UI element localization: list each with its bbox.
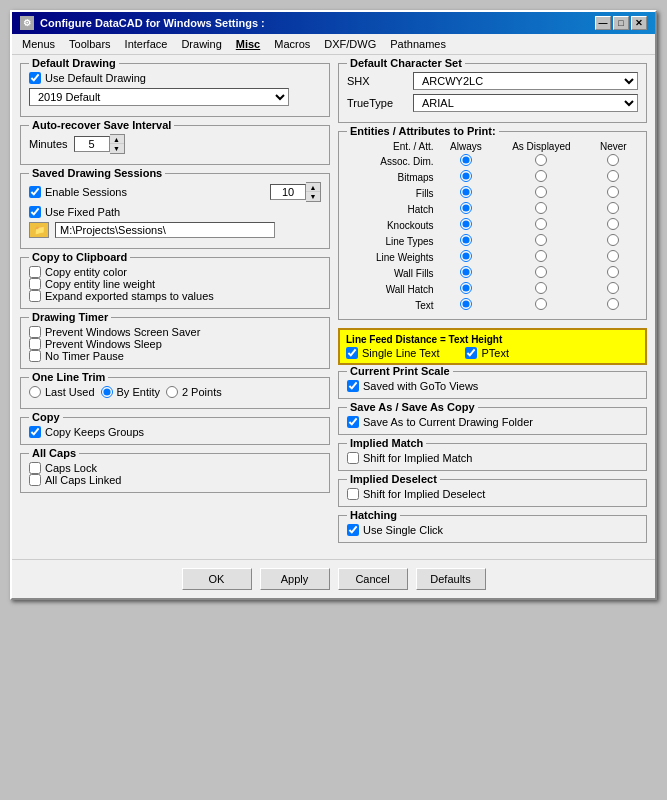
minutes-up-button[interactable]: ▲ [110,135,124,144]
menu-drawing[interactable]: Drawing [175,36,227,52]
enable-sessions-checkbox[interactable] [29,186,41,198]
entity-always-1[interactable] [438,169,495,185]
prevent-sleep-label[interactable]: Prevent Windows Sleep [29,338,321,350]
prevent-screensaver-label[interactable]: Prevent Windows Screen Saver [29,326,321,338]
two-points-radio-label[interactable]: 2 Points [166,386,222,398]
apply-button[interactable]: Apply [260,568,330,590]
defaults-button[interactable]: Defaults [416,568,486,590]
entity-always-7[interactable] [438,265,495,281]
saved-goto-views-label[interactable]: Saved with GoTo Views [347,380,638,392]
caps-lock-checkbox[interactable] [29,462,41,474]
by-entity-radio[interactable] [101,386,113,398]
last-used-radio-label[interactable]: Last Used [29,386,95,398]
all-caps-linked-label[interactable]: All Caps Linked [29,474,321,486]
use-fixed-path-label[interactable]: Use Fixed Path [29,206,321,218]
two-points-radio[interactable] [166,386,178,398]
last-used-radio[interactable] [29,386,41,398]
entity-as-displayed-2[interactable] [494,185,588,201]
use-default-drawing-checkbox[interactable] [29,72,41,84]
entity-always-0[interactable] [438,153,495,169]
entity-never-7[interactable] [589,265,638,281]
sessions-count-input[interactable] [270,184,306,200]
minutes-input[interactable] [74,136,110,152]
copy-entity-color-label[interactable]: Copy entity color [29,266,321,278]
entity-never-9[interactable] [589,297,638,313]
minimize-button[interactable]: — [595,16,611,30]
entity-as-displayed-0[interactable] [494,153,588,169]
use-single-click-checkbox[interactable] [347,524,359,536]
entity-as-displayed-1[interactable] [494,169,588,185]
no-timer-pause-checkbox[interactable] [29,350,41,362]
ptext-checkbox[interactable] [465,347,477,359]
minutes-down-button[interactable]: ▼ [110,144,124,153]
entity-always-9[interactable] [438,297,495,313]
prevent-sleep-checkbox[interactable] [29,338,41,350]
enable-sessions-label[interactable]: Enable Sessions [29,186,127,198]
entity-always-2[interactable] [438,185,495,201]
entity-never-2[interactable] [589,185,638,201]
by-entity-radio-label[interactable]: By Entity [101,386,160,398]
prevent-screensaver-checkbox[interactable] [29,326,41,338]
copy-entity-color-checkbox[interactable] [29,266,41,278]
shift-implied-match-checkbox[interactable] [347,452,359,464]
shift-implied-deselect-label[interactable]: Shift for Implied Deselect [347,488,638,500]
entity-as-displayed-3[interactable] [494,201,588,217]
entity-never-3[interactable] [589,201,638,217]
folder-icon[interactable]: 📁 [29,222,49,238]
save-as-current-checkbox[interactable] [347,416,359,428]
single-line-text-label[interactable]: Single Line Text [346,347,439,359]
copy-entity-line-checkbox[interactable] [29,278,41,290]
shift-implied-deselect-checkbox[interactable] [347,488,359,500]
menu-interface[interactable]: Interface [119,36,174,52]
saved-goto-views-checkbox[interactable] [347,380,359,392]
default-drawing-select[interactable]: 2019 Default [29,88,289,106]
copy-keeps-groups-checkbox[interactable] [29,426,41,438]
menu-dxf-dwg[interactable]: DXF/DWG [318,36,382,52]
menu-menus[interactable]: Menus [16,36,61,52]
ok-button[interactable]: OK [182,568,252,590]
shx-select[interactable]: ARCWY2LC [413,72,638,90]
entity-never-8[interactable] [589,281,638,297]
entity-always-4[interactable] [438,217,495,233]
entity-never-1[interactable] [589,169,638,185]
menu-misc[interactable]: Misc [230,36,266,52]
entity-as-displayed-8[interactable] [494,281,588,297]
all-caps-linked-checkbox[interactable] [29,474,41,486]
close-button[interactable]: ✕ [631,16,647,30]
entity-never-4[interactable] [589,217,638,233]
no-timer-pause-label[interactable]: No Timer Pause [29,350,321,362]
entity-always-3[interactable] [438,201,495,217]
copy-entity-line-label[interactable]: Copy entity line weight [29,278,321,290]
entity-never-0[interactable] [589,153,638,169]
truetype-select[interactable]: ARIAL [413,94,638,112]
entity-always-5[interactable] [438,233,495,249]
menu-macros[interactable]: Macros [268,36,316,52]
menu-toolbars[interactable]: Toolbars [63,36,117,52]
cancel-button[interactable]: Cancel [338,568,408,590]
entity-always-8[interactable] [438,281,495,297]
ptext-label[interactable]: PText [465,347,509,359]
save-as-current-label[interactable]: Save As to Current Drawing Folder [347,416,638,428]
use-single-click-label[interactable]: Use Single Click [347,524,638,536]
sessions-up-button[interactable]: ▲ [306,183,320,192]
entity-as-displayed-5[interactable] [494,233,588,249]
expand-stamps-checkbox[interactable] [29,290,41,302]
entity-as-displayed-9[interactable] [494,297,588,313]
shift-implied-match-label[interactable]: Shift for Implied Match [347,452,638,464]
entity-as-displayed-6[interactable] [494,249,588,265]
single-line-text-checkbox[interactable] [346,347,358,359]
entity-never-6[interactable] [589,249,638,265]
menu-pathnames[interactable]: Pathnames [384,36,452,52]
sessions-down-button[interactable]: ▼ [306,192,320,201]
entity-never-5[interactable] [589,233,638,249]
caps-lock-label[interactable]: Caps Lock [29,462,321,474]
entity-always-6[interactable] [438,249,495,265]
entity-as-displayed-7[interactable] [494,265,588,281]
entity-as-displayed-4[interactable] [494,217,588,233]
maximize-button[interactable]: □ [613,16,629,30]
copy-keeps-groups-label[interactable]: Copy Keeps Groups [29,426,321,438]
use-default-drawing-label[interactable]: Use Default Drawing [29,72,321,84]
expand-stamps-label[interactable]: Expand exported stamps to values [29,290,321,302]
use-fixed-path-checkbox[interactable] [29,206,41,218]
path-input[interactable] [55,222,275,238]
